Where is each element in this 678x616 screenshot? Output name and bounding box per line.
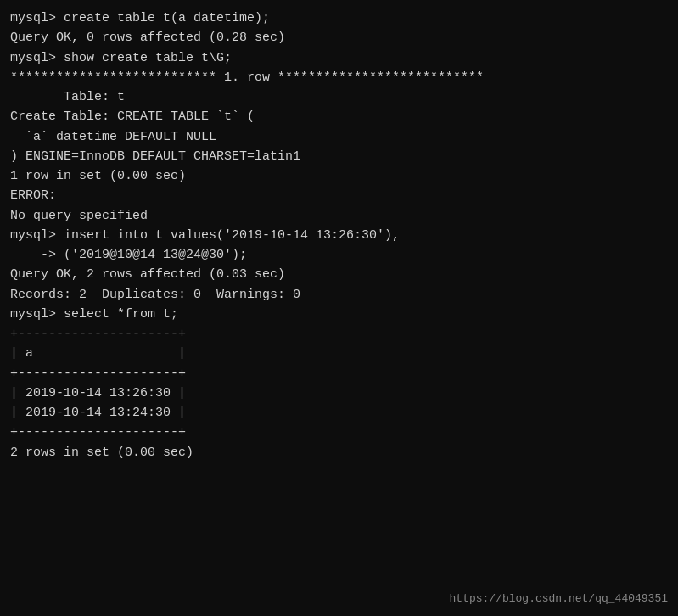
terminal-line-line18: | a | <box>10 344 668 363</box>
watermark: https://blog.csdn.net/qq_44049351 <box>450 591 668 608</box>
terminal-line-line17: +---------------------+ <box>10 324 668 344</box>
terminal-line-line10: ERROR: <box>10 186 668 205</box>
terminal-window: mysql> create table t(a datetime);Query … <box>0 0 678 616</box>
terminal-line-line22: +---------------------+ <box>10 423 668 442</box>
terminal-line-line8: ) ENGINE=InnoDB DEFAULT CHARSET=latin1 <box>10 147 668 166</box>
terminal-line-line14: Query OK, 2 rows affected (0.03 sec) <box>10 265 668 284</box>
terminal-line-line20: | 2019-10-14 13:26:30 | <box>10 384 668 403</box>
terminal-line-line2: Query OK, 0 rows affected (0.28 sec) <box>10 28 668 48</box>
terminal-line-line21: | 2019-10-14 13:24:30 | <box>10 403 668 423</box>
terminal-line-line6: Create Table: CREATE TABLE `t` ( <box>10 107 668 126</box>
terminal-line-line13: -> ('2019@10@14 13@24@30'); <box>10 245 668 265</box>
terminal-line-line1: mysql> create table t(a datetime); <box>10 8 668 28</box>
terminal-line-line16: mysql> select *from t; <box>10 305 668 324</box>
terminal-line-line5: Table: t <box>10 87 668 107</box>
terminal-line-line23: 2 rows in set (0.00 sec) <box>10 443 668 462</box>
terminal-line-line4: *************************** 1. row *****… <box>10 68 668 87</box>
terminal-line-line3: mysql> show create table t\G; <box>10 48 668 68</box>
terminal-content: mysql> create table t(a datetime);Query … <box>10 8 668 462</box>
terminal-line-line9: 1 row in set (0.00 sec) <box>10 166 668 186</box>
terminal-line-line19: +---------------------+ <box>10 364 668 384</box>
terminal-line-line7: `a` datetime DEFAULT NULL <box>10 127 668 147</box>
terminal-line-line15: Records: 2 Duplicates: 0 Warnings: 0 <box>10 285 668 305</box>
terminal-line-line11: No query specified <box>10 206 668 226</box>
terminal-line-line12: mysql> insert into t values('2019-10-14 … <box>10 226 668 245</box>
